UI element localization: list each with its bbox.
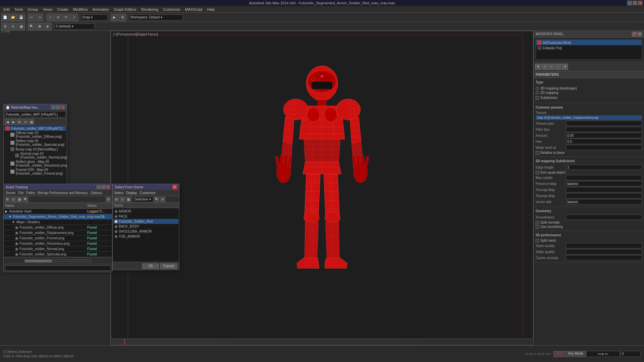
workspace-dropdown[interactable]: Workspace: Default ▾ [129, 14, 183, 20]
rp-texplan-input[interactable] [566, 121, 642, 126]
minimize-button[interactable]: ─ [627, 1, 632, 5]
asset-menu-paths[interactable]: Paths [26, 191, 36, 195]
rp-staticquality-input[interactable] [566, 243, 642, 248]
move-btn[interactable]: ✛ [54, 14, 62, 21]
rp-splitnormals-row[interactable]: Split normals [536, 221, 642, 224]
key-mode-btn[interactable]: Key Mode [566, 351, 586, 357]
new-btn[interactable]: 📄 [1, 14, 9, 21]
rp-radio-3dmapping[interactable]: 3D mapping (landscape) [536, 86, 642, 90]
asset-row-6[interactable]: ▣Futuristic_soldier_Glossiness.pngFound [4, 241, 112, 246]
layer-dropdown[interactable]: 0 (default) ▾ [54, 23, 95, 29]
menu-rendering[interactable]: Rendering [139, 7, 160, 12]
open-btn[interactable]: 📂 [9, 14, 17, 21]
asset-tb-btn2[interactable]: ⊡ [11, 197, 16, 202]
select-panel-close[interactable]: ✕ [172, 185, 177, 189]
rp-filterblur-input[interactable] [566, 127, 642, 132]
asset-scrollbar[interactable] [24, 259, 92, 262]
asset-menu-bitmap[interactable]: Bitmap Performance and Memory [37, 191, 89, 195]
mat-tb-btn3[interactable]: ⊞ [17, 119, 22, 125]
asset-row-0[interactable]: ▶Autodesk VaultLogged O... [4, 209, 112, 214]
mat-tb-btn2[interactable]: ▶ [11, 119, 16, 125]
rp-radio-2dmapping-btn[interactable] [536, 91, 539, 95]
rp-smoothing-checkbox[interactable] [536, 225, 539, 229]
rp-radio-2dmapping[interactable]: 2D mapping [536, 91, 642, 95]
rp-splitmesh-checkbox[interactable] [536, 239, 539, 242]
menu-animation[interactable]: Animation [91, 7, 111, 12]
asset-tb-btn1[interactable]: ⊞ [5, 197, 10, 202]
rp-mod-icon-5[interactable]: ⚙ [562, 64, 568, 70]
asset-row-5[interactable]: ▣Futuristic_soldier_Fresnel.pngFound [4, 236, 112, 241]
mat-tree-item-1[interactable]: Diffuse map #3 [Futuristic_soldier_Diffu… [4, 131, 66, 139]
sel-tb-btn1[interactable]: ⊞ [114, 197, 119, 202]
rp-relbase-checkbox[interactable] [536, 151, 539, 155]
rp-vectordist-input[interactable] [566, 199, 642, 204]
rp-mod-icon-3[interactable]: ✓ [548, 64, 554, 70]
rotate-btn[interactable]: ↻ [62, 14, 70, 21]
rp-icon-settings[interactable]: ⚙ [637, 32, 642, 37]
mat-tb-btn5[interactable]: ▦ [29, 119, 34, 125]
rp-mod-icon-2[interactable]: ▽ [542, 64, 548, 70]
rp-mod-icon-1[interactable]: ⊞ [535, 64, 541, 70]
play-btn[interactable]: ▶ [602, 352, 604, 356]
mat-tree-item-4[interactable]: Normal map #3 [Futuristic_soldier_Normal… [4, 152, 66, 160]
scene-item-2[interactable]: Futuristic_Soldier_Red [113, 219, 178, 224]
rp-mat-item-2[interactable]: Editable Poly [536, 45, 642, 51]
material-panel-search[interactable] [5, 111, 66, 117]
asset-menu-file[interactable]: File [17, 191, 24, 195]
asset-row-3[interactable]: ▣Futuristic_soldier_Diffuse.pngFound [4, 225, 112, 230]
scene-item-4[interactable]: SHOULDER_ARMOR [113, 229, 178, 234]
asset-menu-server[interactable]: Server [5, 191, 16, 195]
mat-tree-item-2[interactable]: Reflect map #5 [Futuristic_soldier_Specu… [4, 139, 66, 147]
next-frame-btn[interactable]: ⏭ [605, 352, 608, 356]
scene-item-0[interactable]: ARMOR [113, 209, 178, 214]
render-setup-btn[interactable]: ⚙ [119, 14, 126, 21]
scene-item-5[interactable]: TOE_ARMOR [113, 234, 178, 239]
asset-panel-min[interactable]: ─ [97, 185, 101, 189]
sel-tb-btn5[interactable]: ⚙ [160, 197, 165, 202]
sel-dropdown[interactable]: Selection ▾ [133, 197, 153, 202]
asset-tb-btn5[interactable]: ⚙ [106, 197, 111, 202]
menu-edit[interactable]: Edit [1, 7, 12, 12]
mat-tree-item-0[interactable]: Futuristic_soldier_MAT [VRayMTL] [4, 126, 66, 131]
rp-edgelength-input[interactable] [566, 165, 642, 170]
menu-group[interactable]: Group [26, 7, 40, 12]
rp-texpmap-input[interactable] [566, 187, 642, 192]
tb2-btn2[interactable]: ⊡ [9, 23, 17, 30]
menu-tools[interactable]: Tools [12, 7, 25, 12]
mat-tb-btn1[interactable]: ◀ [5, 119, 10, 125]
sel-tb-btn2[interactable]: ⊡ [120, 197, 125, 202]
rp-amount-input[interactable] [566, 133, 642, 138]
rp-fromquad-row[interactable]: from quad object [536, 171, 642, 174]
save-btn[interactable]: 💾 [17, 14, 25, 21]
rp-subdivision-row[interactable]: Subdivision [536, 96, 642, 100]
asset-row-2[interactable]: ▼Maps / Shaders [4, 220, 112, 225]
select-btn[interactable]: ⊹ [46, 14, 54, 21]
scene-item-3[interactable]: BACK_BODY [113, 224, 178, 229]
select-menu-customize[interactable]: Customize [140, 191, 156, 195]
animate-btn[interactable]: Auto [553, 351, 565, 357]
sel-tb-btn3[interactable]: ▦ [126, 197, 131, 202]
material-panel-close[interactable]: ✕ [61, 105, 65, 109]
select-menu-select[interactable]: Select [114, 191, 123, 195]
rp-hue-input[interactable] [566, 139, 642, 144]
rp-preservemap-input[interactable] [566, 181, 642, 186]
tb2-btn6[interactable]: ◈ [44, 23, 51, 30]
asset-table-body[interactable]: ▶Autodesk VaultLogged O...▼Futuristic_Se… [4, 209, 112, 257]
asset-row-8[interactable]: ▣Futuristic_soldier_Specular.pngFound [4, 252, 112, 257]
mat-tb-btn4[interactable]: ⊡ [23, 119, 28, 125]
rp-smoothing-row[interactable]: Use smoothing [536, 225, 642, 229]
undo-btn[interactable]: ↩ [28, 14, 35, 21]
mat-tree-item-6[interactable]: Fresnel IOR - Map #9 [Futuristic_soldier… [4, 168, 66, 176]
rp-splitmesh-row[interactable]: Split mesh [536, 239, 642, 242]
rp-subdivision-checkbox[interactable] [536, 96, 539, 100]
select-menu-display[interactable]: Display [126, 191, 137, 195]
asset-row-4[interactable]: ▣Futuristic_soldier_Displacement.pngFoun… [4, 230, 112, 236]
rp-texture-map[interactable]: Map #4 [Futuristic_soldier_Displacement.… [536, 115, 642, 120]
render-btn[interactable]: ▶ [111, 14, 118, 21]
select-ok-btn[interactable]: Ok [142, 263, 159, 269]
rp-mod-icon-4[interactable]: → [555, 64, 561, 70]
asset-row-7[interactable]: ▣Futuristic_soldier_Normal.pngFound [4, 246, 112, 252]
rp-radio-3dmapping-btn[interactable] [536, 87, 539, 90]
redo-btn[interactable]: ↪ [36, 14, 43, 21]
rp-mat-item-1[interactable]: All/Duplicates/Multi [536, 40, 642, 45]
